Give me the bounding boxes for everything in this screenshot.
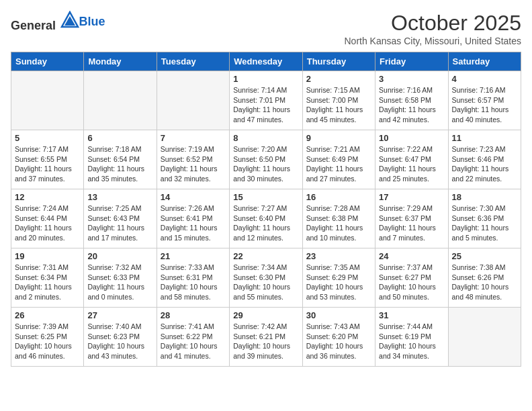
calendar-header-row: SundayMondayTuesdayWednesdayThursdayFrid… (11, 52, 521, 71)
calendar-day-cell: 22Sunrise: 7:34 AM Sunset: 6:30 PM Dayli… (230, 248, 302, 308)
calendar-day-cell: 24Sunrise: 7:37 AM Sunset: 6:27 PM Dayli… (375, 248, 448, 308)
day-number: 15 (233, 192, 298, 202)
day-info: Sunrise: 7:17 AM Sunset: 6:55 PM Dayligh… (15, 144, 80, 184)
calendar-subtitle: North Kansas City, Missouri, United Stat… (344, 36, 521, 46)
day-number: 9 (306, 133, 371, 143)
calendar-day-cell (448, 308, 521, 367)
day-header-friday: Friday (375, 52, 448, 71)
day-info: Sunrise: 7:44 AM Sunset: 6:19 PM Dayligh… (379, 322, 444, 361)
calendar-day-cell: 23Sunrise: 7:35 AM Sunset: 6:29 PM Dayli… (302, 248, 375, 308)
day-number: 13 (87, 192, 152, 202)
day-number: 4 (452, 74, 517, 84)
calendar-day-cell: 16Sunrise: 7:28 AM Sunset: 6:38 PM Dayli… (302, 189, 375, 248)
calendar-day-cell: 10Sunrise: 7:22 AM Sunset: 6:47 PM Dayli… (375, 130, 448, 189)
calendar-day-cell: 25Sunrise: 7:38 AM Sunset: 6:26 PM Dayli… (448, 248, 521, 308)
day-number: 3 (379, 74, 444, 84)
day-number: 22 (233, 251, 298, 261)
day-info: Sunrise: 7:42 AM Sunset: 6:21 PM Dayligh… (233, 322, 298, 361)
day-info: Sunrise: 7:38 AM Sunset: 6:26 PM Dayligh… (452, 263, 517, 302)
calendar-day-cell: 6Sunrise: 7:18 AM Sunset: 6:54 PM Daylig… (84, 130, 157, 189)
day-info: Sunrise: 7:33 AM Sunset: 6:31 PM Dayligh… (161, 263, 226, 302)
calendar-day-cell: 12Sunrise: 7:24 AM Sunset: 6:44 PM Dayli… (11, 189, 84, 248)
day-header-tuesday: Tuesday (157, 52, 229, 71)
day-info: Sunrise: 7:29 AM Sunset: 6:37 PM Dayligh… (379, 203, 444, 243)
calendar-day-cell: 14Sunrise: 7:26 AM Sunset: 6:41 PM Dayli… (157, 189, 229, 248)
calendar-day-cell: 31Sunrise: 7:44 AM Sunset: 6:19 PM Dayli… (375, 308, 448, 367)
calendar-week-row: 5Sunrise: 7:17 AM Sunset: 6:55 PM Daylig… (11, 130, 521, 189)
calendar-day-cell: 28Sunrise: 7:41 AM Sunset: 6:22 PM Dayli… (157, 308, 229, 367)
page-header: General Blue October 2025 North Kansas C… (11, 11, 521, 46)
calendar-week-row: 19Sunrise: 7:31 AM Sunset: 6:34 PM Dayli… (11, 248, 521, 308)
day-info: Sunrise: 7:41 AM Sunset: 6:22 PM Dayligh… (161, 322, 226, 361)
day-number: 17 (379, 192, 444, 202)
logo: General Blue (11, 11, 105, 33)
calendar-day-cell: 1Sunrise: 7:14 AM Sunset: 7:01 PM Daylig… (230, 71, 302, 130)
day-header-sunday: Sunday (11, 52, 84, 71)
day-info: Sunrise: 7:14 AM Sunset: 7:01 PM Dayligh… (233, 85, 298, 125)
day-info: Sunrise: 7:21 AM Sunset: 6:49 PM Dayligh… (306, 144, 371, 184)
day-header-thursday: Thursday (302, 52, 375, 71)
day-info: Sunrise: 7:37 AM Sunset: 6:27 PM Dayligh… (379, 263, 444, 302)
calendar-day-cell: 9Sunrise: 7:21 AM Sunset: 6:49 PM Daylig… (302, 130, 375, 189)
calendar-day-cell: 7Sunrise: 7:19 AM Sunset: 6:52 PM Daylig… (157, 130, 229, 189)
day-number: 7 (161, 133, 226, 143)
calendar-table: SundayMondayTuesdayWednesdayThursdayFrid… (11, 52, 521, 367)
calendar-title: October 2025 (344, 11, 521, 36)
day-info: Sunrise: 7:35 AM Sunset: 6:29 PM Dayligh… (306, 263, 371, 302)
calendar-day-cell (84, 71, 157, 130)
day-number: 5 (15, 133, 80, 143)
day-info: Sunrise: 7:27 AM Sunset: 6:40 PM Dayligh… (233, 203, 298, 243)
calendar-body: 1Sunrise: 7:14 AM Sunset: 7:01 PM Daylig… (11, 71, 521, 367)
day-number: 14 (161, 192, 226, 202)
day-info: Sunrise: 7:31 AM Sunset: 6:34 PM Dayligh… (15, 263, 80, 302)
calendar-day-cell: 4Sunrise: 7:16 AM Sunset: 6:57 PM Daylig… (448, 71, 521, 130)
day-info: Sunrise: 7:18 AM Sunset: 6:54 PM Dayligh… (87, 144, 152, 184)
day-info: Sunrise: 7:28 AM Sunset: 6:38 PM Dayligh… (306, 203, 371, 243)
day-info: Sunrise: 7:25 AM Sunset: 6:43 PM Dayligh… (87, 203, 152, 243)
day-info: Sunrise: 7:26 AM Sunset: 6:41 PM Dayligh… (161, 203, 226, 243)
calendar-week-row: 26Sunrise: 7:39 AM Sunset: 6:25 PM Dayli… (11, 308, 521, 367)
day-info: Sunrise: 7:22 AM Sunset: 6:47 PM Dayligh… (379, 144, 444, 184)
day-number: 16 (306, 192, 371, 202)
day-number: 21 (161, 251, 226, 261)
day-info: Sunrise: 7:34 AM Sunset: 6:30 PM Dayligh… (233, 263, 298, 302)
calendar-week-row: 12Sunrise: 7:24 AM Sunset: 6:44 PM Dayli… (11, 189, 521, 248)
calendar-day-cell: 5Sunrise: 7:17 AM Sunset: 6:55 PM Daylig… (11, 130, 84, 189)
day-number: 27 (87, 310, 152, 320)
day-number: 1 (233, 74, 298, 84)
day-header-monday: Monday (84, 52, 157, 71)
calendar-day-cell: 15Sunrise: 7:27 AM Sunset: 6:40 PM Dayli… (230, 189, 302, 248)
day-info: Sunrise: 7:20 AM Sunset: 6:50 PM Dayligh… (233, 144, 298, 184)
day-number: 19 (15, 251, 80, 261)
day-info: Sunrise: 7:40 AM Sunset: 6:23 PM Dayligh… (87, 322, 152, 361)
day-number: 31 (379, 310, 444, 320)
day-number: 29 (233, 310, 298, 320)
calendar-day-cell: 13Sunrise: 7:25 AM Sunset: 6:43 PM Dayli… (84, 189, 157, 248)
logo-blue: Blue (79, 15, 105, 28)
calendar-day-cell: 19Sunrise: 7:31 AM Sunset: 6:34 PM Dayli… (11, 248, 84, 308)
calendar-day-cell: 27Sunrise: 7:40 AM Sunset: 6:23 PM Dayli… (84, 308, 157, 367)
day-info: Sunrise: 7:19 AM Sunset: 6:52 PM Dayligh… (161, 144, 226, 184)
calendar-day-cell (11, 71, 84, 130)
day-info: Sunrise: 7:32 AM Sunset: 6:33 PM Dayligh… (87, 263, 152, 302)
day-number: 6 (87, 133, 152, 143)
day-info: Sunrise: 7:30 AM Sunset: 6:36 PM Dayligh… (452, 203, 517, 243)
day-number: 28 (161, 310, 226, 320)
day-number: 12 (15, 192, 80, 202)
calendar-day-cell: 2Sunrise: 7:15 AM Sunset: 7:00 PM Daylig… (302, 71, 375, 130)
title-block: October 2025 North Kansas City, Missouri… (344, 11, 521, 46)
day-number: 30 (306, 310, 371, 320)
calendar-day-cell: 30Sunrise: 7:43 AM Sunset: 6:20 PM Dayli… (302, 308, 375, 367)
calendar-day-cell: 17Sunrise: 7:29 AM Sunset: 6:37 PM Dayli… (375, 189, 448, 248)
day-number: 24 (379, 251, 444, 261)
day-number: 8 (233, 133, 298, 143)
calendar-day-cell: 20Sunrise: 7:32 AM Sunset: 6:33 PM Dayli… (84, 248, 157, 308)
calendar-day-cell: 29Sunrise: 7:42 AM Sunset: 6:21 PM Dayli… (230, 308, 302, 367)
day-number: 18 (452, 192, 517, 202)
calendar-day-cell: 11Sunrise: 7:23 AM Sunset: 6:46 PM Dayli… (448, 130, 521, 189)
logo-icon (60, 11, 79, 30)
day-info: Sunrise: 7:15 AM Sunset: 7:00 PM Dayligh… (306, 85, 371, 125)
calendar-day-cell (157, 71, 229, 130)
day-info: Sunrise: 7:23 AM Sunset: 6:46 PM Dayligh… (452, 144, 517, 184)
day-number: 23 (306, 251, 371, 261)
